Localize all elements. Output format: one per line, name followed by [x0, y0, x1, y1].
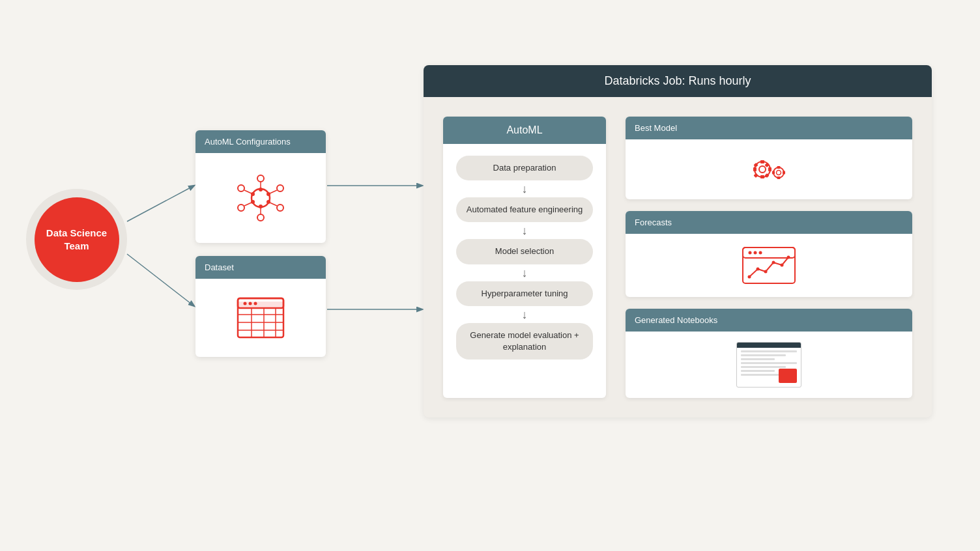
svg-rect-46 [753, 173, 758, 178]
svg-point-57 [754, 251, 757, 255]
automl-column: AutoML Data preparation ↓ Automated feat… [443, 117, 606, 398]
svg-point-62 [772, 261, 775, 264]
svg-point-49 [777, 171, 781, 175]
notebook-line-5 [741, 366, 786, 368]
svg-rect-42 [753, 167, 757, 171]
diagram-canvas: Data Science Team AutoML Configurations [0, 0, 980, 551]
notebook-bar [737, 343, 801, 348]
svg-rect-47 [764, 163, 769, 167]
svg-line-18 [244, 203, 252, 206]
svg-point-21 [267, 192, 270, 196]
forecasts-card: Forecasts [626, 211, 912, 297]
svg-point-11 [257, 214, 264, 221]
svg-point-58 [759, 251, 762, 255]
notebook-line-1 [741, 350, 797, 352]
dataset-header: Dataset [195, 256, 326, 279]
ds-team-circle: Data Science Team [35, 197, 119, 282]
svg-rect-43 [768, 167, 771, 171]
dataset-body [195, 279, 326, 357]
ds-team-outer-ring: Data Science Team [26, 189, 127, 290]
generated-notebooks-header: Generated Notebooks [626, 309, 912, 332]
svg-rect-52 [772, 171, 775, 175]
svg-line-15 [270, 190, 277, 193]
forecasts-header: Forecasts [626, 211, 912, 234]
best-model-header: Best Model [626, 117, 912, 139]
svg-point-13 [238, 185, 244, 191]
best-model-card: Best Model [626, 117, 912, 199]
step-generate-evaluation: Generate model evaluation + explanation [456, 323, 593, 360]
gear-settings-icon [743, 150, 795, 189]
best-model-body [626, 139, 912, 199]
svg-rect-40 [760, 160, 764, 163]
automl-config-card: AutoML Configurations [195, 130, 326, 243]
svg-point-29 [244, 302, 247, 305]
svg-point-59 [748, 276, 751, 279]
step-data-preparation: Data preparation [456, 156, 593, 180]
svg-point-39 [759, 166, 766, 173]
databricks-job-box: Databricks Job: Runs hourly AutoML Data … [424, 65, 932, 417]
ds-team-node: Data Science Team [26, 189, 127, 290]
svg-point-8 [257, 175, 264, 182]
step-arrow-2: ↓ [522, 225, 528, 236]
svg-rect-50 [777, 166, 781, 169]
forecasts-body [626, 234, 912, 297]
svg-point-60 [757, 268, 760, 271]
svg-rect-53 [783, 171, 785, 175]
notebook-mockup [736, 342, 801, 388]
svg-point-20 [259, 188, 263, 191]
step-arrow-4: ↓ [522, 309, 528, 320]
svg-point-61 [764, 270, 768, 274]
svg-point-12 [238, 205, 244, 211]
svg-line-0 [127, 186, 194, 221]
svg-line-19 [244, 190, 252, 193]
dataset-card: Dataset [195, 256, 326, 357]
notebook-line-3 [741, 358, 775, 360]
databricks-header: Databricks Job: Runs hourly [424, 65, 932, 97]
step-model-selection: Model selection [456, 239, 593, 264]
svg-point-7 [252, 189, 270, 207]
svg-rect-41 [760, 175, 764, 178]
svg-point-64 [787, 256, 790, 259]
svg-point-63 [781, 264, 784, 267]
svg-point-25 [251, 192, 255, 196]
svg-point-10 [277, 205, 283, 211]
step-hyperparameter-tuning: Hyperparameter tuning [456, 281, 593, 306]
svg-line-1 [127, 254, 194, 306]
svg-point-24 [251, 200, 255, 204]
automl-config-body [195, 153, 326, 243]
step-arrow-1: ↓ [522, 183, 528, 195]
notebook-line-4 [741, 362, 797, 364]
generated-notebooks-body [626, 332, 912, 398]
input-cards-container: AutoML Configurations [195, 130, 326, 357]
svg-point-23 [259, 205, 263, 208]
databricks-content: AutoML Data preparation ↓ Automated feat… [424, 97, 932, 398]
svg-point-9 [277, 185, 283, 191]
svg-rect-51 [777, 177, 781, 179]
svg-point-48 [773, 167, 784, 178]
step-feature-engineering: Automated feature engineering [456, 197, 593, 222]
network-icon [231, 169, 290, 227]
svg-point-56 [749, 251, 752, 255]
output-cards-column: Best Model [626, 117, 912, 398]
automl-header: AutoML [443, 117, 606, 144]
svg-line-16 [270, 203, 277, 206]
automl-config-header: AutoML Configurations [195, 130, 326, 153]
notebook-chart-element [779, 369, 797, 383]
chart-icon [740, 244, 798, 287]
svg-point-31 [254, 302, 257, 305]
notebook-line-6 [741, 370, 775, 372]
generated-notebooks-card: Generated Notebooks [626, 309, 912, 398]
automl-steps: Data preparation ↓ Automated feature eng… [443, 144, 606, 371]
svg-point-22 [267, 200, 270, 204]
table-icon [235, 295, 287, 341]
step-arrow-3: ↓ [522, 267, 528, 279]
svg-point-30 [249, 302, 252, 305]
notebook-line-2 [741, 354, 786, 356]
ds-team-label: Data Science Team [35, 227, 119, 252]
